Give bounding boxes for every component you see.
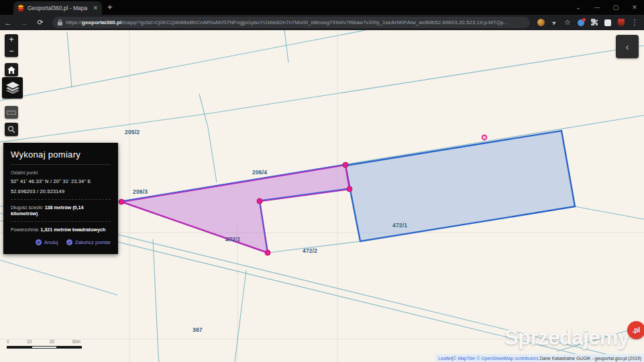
chevron-left-icon: ‹ bbox=[626, 41, 629, 52]
new-tab-button[interactable]: + bbox=[107, 2, 113, 12]
parcel-label: 205/2 bbox=[125, 129, 140, 135]
screen: 205/2 206/3 206/4 472/1 472/2 472/1 367 … bbox=[0, 0, 644, 362]
active-tab[interactable]: Geoportal360.pl - Mapa Interakt... ✕ bbox=[13, 1, 102, 15]
scale-bar-segments bbox=[7, 346, 82, 349]
password-extension-icon[interactable] bbox=[576, 17, 586, 28]
watermark-text: Sprzedajemy bbox=[504, 326, 629, 349]
watermark-pl-badge: .pl bbox=[627, 321, 644, 339]
site-extension-icon[interactable] bbox=[535, 17, 546, 28]
path-length-label: Długość ścieżki: bbox=[11, 205, 44, 210]
scale-tick: 20 bbox=[50, 339, 54, 344]
bookmark-star-icon[interactable]: ☆ bbox=[562, 17, 573, 28]
divider bbox=[11, 221, 111, 222]
browser-tab-bar: Geoportal360.pl - Mapa Interakt... ✕ + ⌄… bbox=[0, 0, 644, 15]
check-circle-icon: ✓ bbox=[66, 239, 72, 245]
map-scale-bar: 0 10 20 30m bbox=[7, 339, 82, 349]
send-icon[interactable]: ➤ bbox=[547, 15, 561, 29]
coords-dms: 52° 41' 46.33" N / 20° 31' 23.34" E bbox=[11, 178, 111, 184]
scale-tick: 0 bbox=[7, 339, 9, 344]
scale-tick: 10 bbox=[27, 339, 32, 344]
notes-extension-icon[interactable] bbox=[602, 17, 613, 28]
back-button[interactable]: ← bbox=[0, 19, 16, 27]
url-domain: geoportal360.pl bbox=[82, 19, 121, 25]
adblock-shield-icon[interactable] bbox=[616, 17, 627, 28]
home-icon bbox=[7, 66, 15, 74]
tab-search-icon[interactable]: ⌄ bbox=[569, 4, 588, 11]
panel-title: Wykonaj pomiary bbox=[11, 149, 111, 160]
tiles-attribution-link[interactable]: © MapTiler © OpenStreetMap contributors. bbox=[453, 356, 539, 361]
home-button[interactable] bbox=[5, 63, 18, 76]
finish-label: Zakończ pomiar bbox=[75, 239, 111, 245]
layers-icon bbox=[6, 82, 19, 94]
zoom-out-button[interactable]: − bbox=[9, 46, 13, 57]
area-row: Powierzchnia: 1,321 metrów kwadratowych bbox=[11, 227, 111, 233]
browser-toolbar: ← → ⟳ https://geoportal360.pl/mapy/?gcli… bbox=[0, 15, 644, 30]
leaflet-link[interactable]: Leaflet bbox=[438, 356, 451, 361]
sidebar-collapse-button[interactable]: ‹ bbox=[616, 35, 639, 58]
point-marker[interactable] bbox=[482, 135, 487, 140]
url-scheme: https:// bbox=[66, 19, 82, 25]
measure-button[interactable] bbox=[5, 106, 18, 119]
padlock-icon bbox=[58, 19, 62, 25]
path-length-row: Długość ścieżki: 138 metrów (0,14 kilome… bbox=[11, 204, 111, 217]
search-button[interactable] bbox=[5, 123, 18, 136]
window-close-button[interactable]: ✕ bbox=[625, 4, 644, 11]
window-minimize-button[interactable]: — bbox=[588, 4, 606, 11]
map-attribution: Leaflet | © MapTiler © OpenStreetMap con… bbox=[435, 354, 644, 362]
area-label: Powierzchnia: bbox=[11, 227, 39, 232]
reload-button[interactable]: ⟳ bbox=[32, 18, 48, 27]
cancel-label: Anuluj bbox=[44, 239, 58, 245]
parcel-label: 472/1 bbox=[225, 236, 240, 243]
zoom-control[interactable]: + − bbox=[5, 34, 18, 57]
search-icon bbox=[7, 125, 15, 133]
browser-menu-icon[interactable]: ⋮ bbox=[629, 17, 640, 28]
finish-measure-button[interactable]: ✓ Zakończ pomiar bbox=[66, 239, 111, 245]
url-text: https://geoportal360.pl/mapy/?gclid=Cj0K… bbox=[66, 19, 507, 25]
cancel-circle-icon: ✕ bbox=[36, 239, 42, 245]
zoom-in-button[interactable]: + bbox=[9, 34, 13, 46]
parcel-label: 367 bbox=[193, 326, 203, 333]
parcel-label: 472/1 bbox=[392, 222, 407, 229]
cadastre-attribution: Dane Katastralne GUGiK - geoportal.gov.p… bbox=[540, 356, 641, 361]
geoportal-favicon-icon bbox=[17, 5, 24, 11]
parcel-label: 472/2 bbox=[303, 247, 317, 254]
window-maximize-button[interactable]: ▢ bbox=[606, 4, 625, 11]
ruler-icon bbox=[7, 109, 16, 116]
scale-tick: 30m bbox=[72, 339, 80, 344]
parcel-label: 206/3 bbox=[133, 188, 148, 195]
measurement-panel: Wykonaj pomiary Ostatni punkt 52° 41' 46… bbox=[3, 143, 118, 254]
layers-button[interactable] bbox=[2, 77, 23, 99]
selected-parcel-472-1[interactable] bbox=[345, 131, 575, 241]
url-path: /mapy/?gclid=Cj0KCQiAt66eBhCnARIsAKf37NF… bbox=[121, 19, 507, 25]
cancel-button[interactable]: ✕ Anuluj bbox=[36, 239, 58, 245]
coords-decimal: 52.696203 / 20.523149 bbox=[11, 188, 111, 194]
sprzedajemy-watermark: Sprzedajemy .pl bbox=[504, 326, 629, 350]
divider bbox=[11, 199, 111, 200]
forward-button[interactable]: → bbox=[16, 19, 32, 27]
tab-close-icon[interactable]: ✕ bbox=[93, 5, 98, 11]
extensions-puzzle-icon[interactable] bbox=[589, 17, 600, 28]
area-value: 1,321 metrów kwadratowych bbox=[40, 227, 105, 233]
last-point-label: Ostatni punkt bbox=[11, 170, 111, 175]
divider bbox=[11, 164, 111, 165]
parcel-label: 206/4 bbox=[252, 169, 267, 176]
tab-title: Geoportal360.pl - Mapa Interakt... bbox=[28, 5, 89, 11]
address-bar[interactable]: https://geoportal360.pl/mapy/?gclid=Cj0K… bbox=[52, 17, 530, 28]
